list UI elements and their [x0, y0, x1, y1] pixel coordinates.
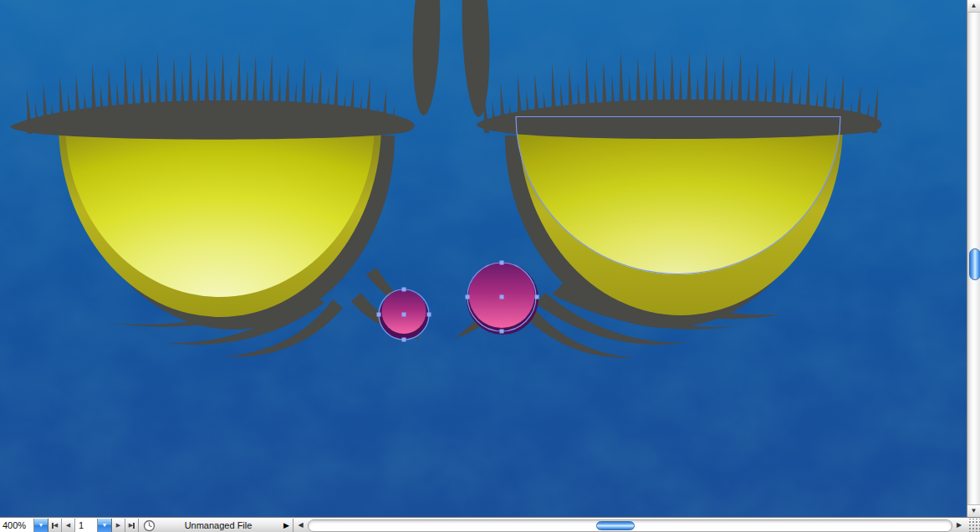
anchor-point[interactable] — [402, 288, 406, 292]
horizontal-scrollbar[interactable] — [308, 519, 952, 532]
document-canvas[interactable] — [0, 0, 967, 517]
version-cue-clock-icon[interactable] — [140, 519, 157, 532]
horizontal-scrollbar-thumb[interactable] — [596, 521, 635, 530]
previous-page-button[interactable]: ◀ — [62, 519, 75, 532]
first-page-button[interactable]: ◀ — [48, 519, 62, 532]
status-bar: 400% ▼ ◀ ◀ 1 ▼ ▶ ▶ Unmanaged File ▶ ◀ — [0, 517, 980, 532]
anchor-point[interactable] — [535, 295, 539, 299]
anchor-point[interactable] — [500, 330, 504, 334]
illustrator-window: ▲ ▼ 400% ▼ ◀ ◀ 1 ▼ ▶ ▶ Unmanaged File ▶ — [0, 0, 980, 532]
next-page-button[interactable]: ▶ — [112, 519, 125, 532]
center-point[interactable] — [402, 313, 406, 317]
anchor-point[interactable] — [500, 261, 504, 265]
last-page-bar-icon — [133, 523, 135, 529]
scroll-right-arrow-icon[interactable]: ▶ — [952, 519, 966, 532]
status-label[interactable]: Unmanaged File — [157, 519, 279, 532]
zoom-menu-button[interactable]: ▼ — [34, 519, 48, 532]
window-resize-grip[interactable] — [967, 519, 980, 532]
anchor-point[interactable] — [402, 338, 406, 342]
small-circle-gradient[interactable] — [382, 289, 426, 334]
divider — [293, 519, 293, 532]
page-number-field[interactable]: 1 — [75, 519, 98, 532]
vertical-scrollbar-thumb[interactable] — [969, 248, 980, 280]
scroll-up-arrow-icon[interactable]: ▲ — [967, 0, 980, 13]
zoom-level-field[interactable]: 400% — [0, 519, 34, 532]
anchor-point[interactable] — [427, 313, 431, 317]
page-menu-button[interactable]: ▼ — [98, 519, 112, 532]
last-page-button[interactable]: ▶ — [125, 519, 139, 532]
center-point[interactable] — [500, 295, 504, 299]
status-menu-arrow-icon[interactable]: ▶ — [281, 519, 292, 532]
scroll-down-arrow-icon[interactable]: ▼ — [967, 504, 980, 517]
anchor-point[interactable] — [466, 295, 470, 299]
anchor-point[interactable] — [377, 313, 381, 317]
vertical-scrollbar[interactable]: ▲ ▼ — [967, 0, 980, 517]
scroll-left-arrow-icon[interactable]: ◀ — [294, 519, 307, 532]
